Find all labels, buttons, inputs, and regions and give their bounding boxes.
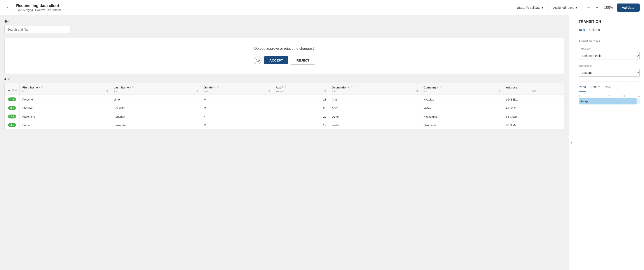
nav-forward-button[interactable]: → [593,5,600,11]
reject-button[interactable]: REJECT [291,56,315,65]
main-layout: 4/4 Do you approve or reject the changes… [0,15,644,270]
cell-age-2: 28 [273,104,329,112]
left-panel: 4/4 Do you approve or reject the changes… [0,15,569,270]
col-age-label: Age * [276,86,283,89]
cell-address-4: 98 S Mai [503,121,564,129]
accept-button[interactable]: ACCEPT [264,56,288,64]
table-header-row: ⌄ ⊞ ≡ First_Name * ≡ text [4,83,564,95]
chart-area: 0 1 2 3 4 Accept [574,95,644,109]
back-button[interactable]: ← [4,4,13,12]
cell-address-3: 64 Craig [503,112,564,121]
company-sort-icon[interactable]: ⇅ [498,90,500,92]
row-badge-chevron: ▾ [13,107,14,109]
row-badge-chevron: ▾ [13,115,14,118]
first-name-type: text [22,90,26,92]
panel-toggle-button[interactable]: › [569,15,574,270]
age-type: integer [276,90,283,92]
row-count-row: 4 ⧉ [4,77,564,81]
col-last-name: Last_Name * ≡ text ⇅ [111,83,201,95]
occupation-type: text [332,90,336,92]
validate-button[interactable]: Validate [617,4,640,12]
col-company: Company * ≡ text ⇅ [421,83,503,95]
table-row: 2 ▾ Shenika Seewald M 28 Artist faxfax 4… [4,104,564,112]
cell-last-name-1: Lime [111,95,201,104]
columns-icon[interactable]: ⊞ [11,88,14,92]
occupation-sort-icon[interactable]: ⇅ [416,90,418,92]
selection-select[interactable]: Selected tasks All tasks [578,52,640,60]
row-count-num: 4 [4,78,6,81]
axis-0: 0 [578,95,580,97]
rp-title: TRANSITION [578,20,640,24]
assigned-label: Assigned to me [553,6,574,10]
state-dropdown[interactable]: State: To validate ▾ [515,5,546,11]
col-age: Age * ≡ integer ⇅ [273,83,329,95]
rp-tabs: Task Column [578,27,640,34]
tab-column[interactable]: Column [589,27,600,34]
tab-pattern[interactable]: Pattern [590,84,600,92]
cell-first-name-3: Florentino [20,112,111,121]
tab-chart[interactable]: Chart [578,84,586,92]
cell-first-name-1: Porsche [20,95,111,104]
gender-menu-icon[interactable]: ≡ [217,85,219,89]
tab-task[interactable]: Task [578,27,585,34]
cell-gender-4: M [201,121,273,129]
col-occupation-label: Occupation * [332,86,349,89]
zoom-level: 100% [603,6,614,10]
cell-company-1: vivaplex [421,95,503,104]
page-title: Reconciling data client [16,4,512,8]
nav-arrows: ← → [585,5,600,11]
occupation-menu-icon[interactable]: ≡ [350,85,352,89]
transition-select[interactable]: Accept Reject [578,69,640,77]
selection-label: Selection: [578,47,640,51]
first-name-sort-icon[interactable]: ⇅ [106,90,108,92]
nav-back-button[interactable]: ← [585,5,592,11]
copy-icon[interactable]: ⧉ [8,77,10,81]
approve-question: Do you approve or reject the changes? [9,47,560,51]
row-badge-cell: 4 ▾ [4,121,20,129]
page-subtitle: Type: Merging - Owners: Cale Carolina [16,9,512,12]
chart-bar-label: Accept [578,100,588,103]
col-last-name-label: Last_Name * [114,86,131,89]
assigned-chevron-icon: ▾ [576,6,577,10]
col-gender: Gender * ≡ text ⇅ [201,83,273,95]
cell-company-2: faxfax [421,104,503,112]
search-box [4,26,70,33]
records-table: ⌄ ⊞ ≡ First_Name * ≡ text [4,83,564,129]
approve-card: Do you approve or reject the changes? 💬 … [4,38,564,74]
cell-company-4: Qvomedia [421,121,503,129]
rp-chart-tabs: Chart Pattern Rule [574,84,644,91]
comment-icon-button[interactable]: 💬 [254,57,262,64]
company-menu-icon[interactable]: ≡ [440,85,442,89]
col-address-label: Address [506,86,518,89]
col-gender-label: Gender * [204,86,216,89]
cell-address-1: 1648 Eas [503,95,564,104]
row-badge-3[interactable]: 3 ▾ [8,115,16,118]
table-row: 4 ▾ Sonya Sawatzke M 19 Writer Qvomedia … [4,121,564,129]
gender-sort-icon[interactable]: ⇅ [268,90,270,92]
row-badge-4[interactable]: 4 ▾ [8,123,16,127]
tab-rule[interactable]: Rule [605,84,611,92]
col-company-label: Company * [424,86,438,89]
company-type: text [424,90,428,92]
age-sort-icon[interactable]: ⇅ [324,90,326,92]
header-menu-icon[interactable]: ≡ [15,88,17,92]
axis-4: 4 [638,95,640,97]
chart-bar-bg: Accept [578,98,640,104]
cell-occupation-1: Artist [329,95,421,104]
last-name-type: text [114,90,118,92]
cell-occupation-2: Artist [329,104,421,112]
transition-label: Transition: [578,64,640,68]
expand-all-icon[interactable]: ⌄ [7,88,10,92]
search-input[interactable] [7,28,67,31]
last-name-sort-icon[interactable]: ⇅ [196,90,198,92]
age-menu-icon[interactable]: ≡ [284,85,286,89]
row-badge-2[interactable]: 2 ▾ [8,106,16,110]
first-name-menu-icon[interactable]: ≡ [41,85,43,89]
col-address: Address text [503,83,564,95]
cell-last-name-4: Sawatzke [111,121,201,129]
row-badge-1[interactable]: 1 ▾ [8,97,16,101]
last-name-menu-icon[interactable]: ≡ [132,85,134,89]
transition-placeholder: Transition tasks ... [578,38,640,45]
cell-gender-2: M [201,104,273,112]
assigned-dropdown[interactable]: Assigned to me ▾ [551,5,580,11]
